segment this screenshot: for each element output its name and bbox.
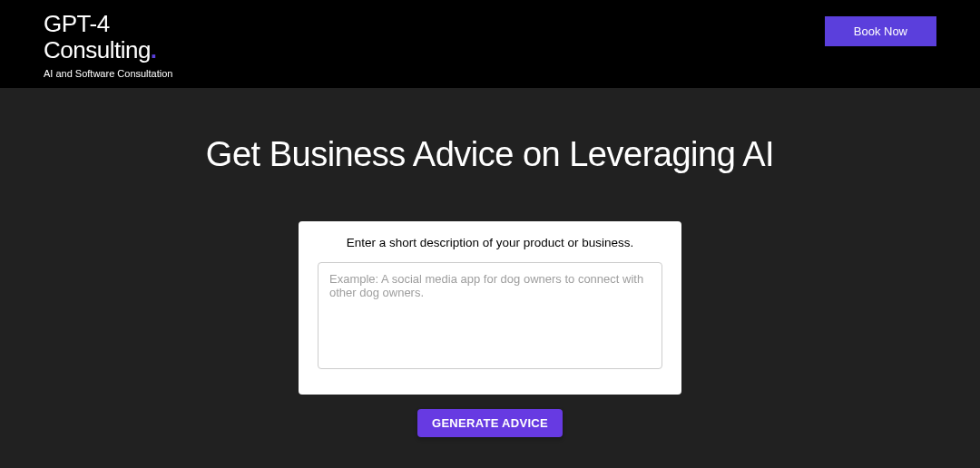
brand-block: GPT-4 Consulting. AI and Software Consul…: [44, 11, 172, 79]
brand-dot: .: [151, 36, 157, 63]
main-content: Get Business Advice on Leveraging AI Ent…: [0, 88, 980, 437]
brand-line1: GPT-4: [44, 10, 110, 37]
form-card: Enter a short description of your produc…: [299, 221, 681, 395]
description-input[interactable]: [318, 262, 662, 369]
form-label: Enter a short description of your produc…: [347, 236, 634, 249]
page-title: Get Business Advice on Leveraging AI: [206, 135, 774, 174]
brand-line2: Consulting: [44, 36, 151, 63]
book-now-button[interactable]: Book Now: [825, 16, 936, 46]
generate-advice-button[interactable]: GENERATE ADVICE: [417, 409, 563, 437]
header: GPT-4 Consulting. AI and Software Consul…: [0, 0, 980, 88]
brand-tagline: AI and Software Consultation: [44, 68, 172, 79]
brand-title: GPT-4 Consulting.: [44, 11, 172, 63]
